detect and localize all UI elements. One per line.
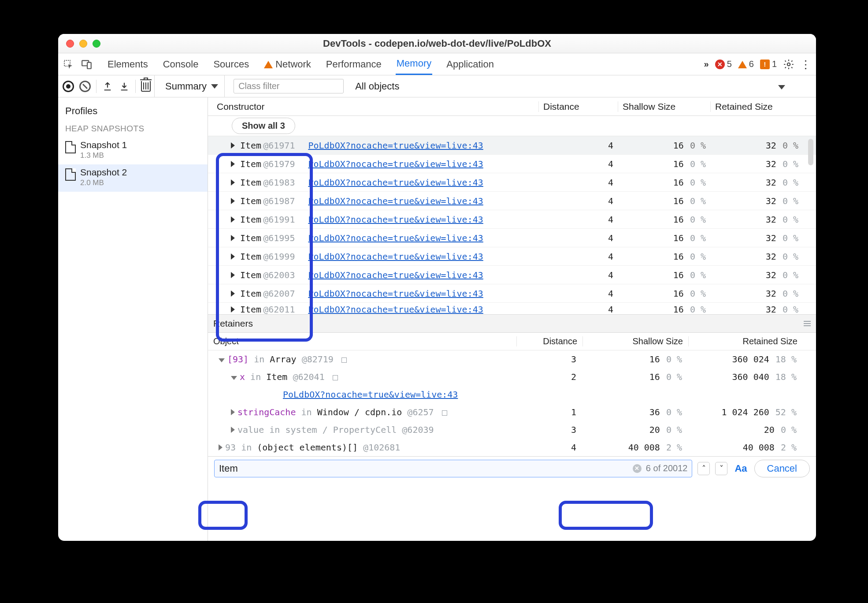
collapse-icon[interactable] — [219, 358, 225, 362]
clear-button[interactable] — [79, 81, 91, 92]
source-link[interactable]: PoLdbOX?nocache=true&view=live:43 — [283, 389, 458, 400]
chevron-down-icon[interactable] — [778, 85, 785, 89]
error-count[interactable]: 5 — [727, 59, 732, 69]
expand-icon[interactable] — [231, 409, 235, 415]
constructor-row[interactable]: Item @61991 PoLdbOX?nocache=true&view=li… — [208, 210, 816, 229]
constructor-row[interactable]: Item @62007 PoLdbOX?nocache=true&view=li… — [208, 284, 816, 303]
cancel-button[interactable]: Cancel — [754, 460, 810, 477]
window-zoom-button[interactable] — [93, 40, 100, 48]
constructor-row[interactable]: Item @62003 PoLdbOX?nocache=true&view=li… — [208, 266, 816, 284]
retained-pct: 0 % — [783, 140, 798, 151]
source-link[interactable]: PoLdbOX?nocache=true&view=live:43 — [308, 233, 483, 243]
next-match-button[interactable]: ˅ — [715, 462, 727, 475]
clear-icon[interactable]: ✕ — [633, 464, 642, 473]
svg-rect-2 — [87, 62, 91, 68]
source-link[interactable]: PoLdbOX?nocache=true&view=live:43 — [308, 270, 483, 280]
retainer-row[interactable]: [93] in Array @82719 3 160 % 360 02418 % — [208, 350, 816, 368]
more-tabs-icon[interactable]: » — [704, 59, 709, 69]
snapshot-item[interactable]: Snapshot 2 2.0 MB — [58, 164, 208, 192]
col-distance[interactable]: Distance — [516, 336, 582, 346]
col-shallow[interactable]: Shallow Size — [618, 101, 710, 112]
expand-icon[interactable] — [231, 216, 235, 223]
expand-icon[interactable] — [231, 235, 235, 241]
record-button[interactable] — [63, 81, 74, 92]
snapshot-size: 2.0 MB — [80, 179, 127, 187]
expand-icon[interactable] — [231, 142, 235, 149]
retainer-row[interactable]: value in system / PropertyCell @62039 3 … — [208, 421, 816, 439]
source-link[interactable]: PoLdbOX?nocache=true&view=live:43 — [308, 288, 483, 299]
search-count: 6 of 20012 — [646, 463, 688, 473]
search-input[interactable] — [219, 463, 628, 474]
constructor-row[interactable]: Item @61979 PoLdbOX?nocache=true&view=li… — [208, 155, 816, 173]
source-link[interactable]: PoLdbOX?nocache=true&view=live:43 — [308, 177, 483, 188]
constructor-row[interactable]: Item @61999 PoLdbOX?nocache=true&view=li… — [208, 247, 816, 266]
match-case-toggle[interactable]: Aa — [733, 463, 749, 474]
gear-icon[interactable] — [783, 59, 794, 70]
issues-count[interactable]: 1 — [772, 59, 777, 69]
source-link[interactable]: PoLdbOX?nocache=true&view=live:43 — [308, 304, 483, 315]
constructor-row[interactable]: Item @61971 PoLdbOX?nocache=true&view=li… — [208, 136, 816, 155]
constructor-row[interactable]: Item @61987 PoLdbOX?nocache=true&view=li… — [208, 192, 816, 210]
tab-memory[interactable]: Memory — [396, 53, 432, 75]
col-retained[interactable]: Retained Size — [688, 336, 803, 346]
retainer-row[interactable]: PoLdbOX?nocache=true&view=live:43 — [208, 386, 816, 403]
source-link[interactable]: PoLdbOX?nocache=true&view=live:43 — [308, 251, 483, 262]
constructor-row[interactable]: Item @61995 PoLdbOX?nocache=true&view=li… — [208, 229, 816, 247]
col-object[interactable]: Object — [208, 336, 516, 346]
expand-icon[interactable] — [231, 272, 235, 278]
expand-icon[interactable] — [231, 427, 235, 433]
tab-application[interactable]: Application — [445, 53, 495, 75]
retained-size: 32 — [766, 251, 776, 262]
inspect-icon[interactable] — [62, 58, 75, 71]
retainer-row[interactable]: x in Item @62041 2 160 % 360 04018 % — [208, 368, 816, 386]
constructor-row[interactable]: Item @62011 PoLdbOX?nocache=true&view=li… — [208, 303, 816, 314]
col-retained[interactable]: Retained Size — [710, 101, 803, 112]
window-minimize-button[interactable] — [79, 40, 87, 48]
import-icon[interactable] — [119, 81, 130, 92]
tab-sources[interactable]: Sources — [212, 53, 250, 75]
tab-network[interactable]: Network — [263, 53, 312, 75]
prev-match-button[interactable]: ˄ — [697, 462, 710, 475]
expand-icon[interactable] — [231, 253, 235, 260]
export-icon[interactable] — [102, 81, 113, 92]
expand-icon[interactable] — [231, 161, 235, 167]
menu-icon[interactable] — [804, 321, 811, 326]
retainer-row[interactable]: 93 in (object elements)[] @102681 4 40 0… — [208, 439, 816, 456]
source-link[interactable]: PoLdbOX?nocache=true&view=live:43 — [308, 159, 483, 169]
tab-console[interactable]: Console — [162, 53, 200, 75]
expand-icon[interactable] — [219, 444, 223, 450]
object-name: Item — [240, 177, 261, 188]
expand-icon[interactable] — [231, 179, 235, 186]
col-shallow[interactable]: Shallow Size — [582, 336, 688, 346]
retainer-row[interactable]: stringCache in Window / cdpn.io @6257 1 … — [208, 403, 816, 421]
expand-icon[interactable] — [231, 290, 235, 297]
class-filter-input[interactable]: Class filter — [234, 79, 344, 93]
search-field[interactable]: ✕ 6 of 20012 — [214, 460, 692, 477]
source-link[interactable]: PoLdbOX?nocache=true&view=live:43 — [308, 196, 483, 206]
expand-icon[interactable] — [231, 198, 235, 204]
source-link[interactable]: PoLdbOX?nocache=true&view=live:43 — [308, 214, 483, 225]
tab-elements[interactable]: Elements — [107, 53, 149, 75]
show-all-button[interactable]: Show all 3 — [232, 118, 295, 134]
objects-filter-select[interactable]: All objects — [355, 81, 399, 92]
collapse-icon[interactable] — [231, 376, 237, 380]
retainers-body[interactable]: [93] in Array @82719 3 160 % 360 02418 %… — [208, 350, 816, 456]
shallow-size: 16 — [673, 251, 684, 262]
constructor-row[interactable]: Item @61983 PoLdbOX?nocache=true&view=li… — [208, 173, 816, 192]
source-link[interactable]: PoLdbOX?nocache=true&view=live:43 — [308, 140, 483, 151]
expand-icon[interactable] — [231, 306, 235, 313]
kebab-icon[interactable]: ⋯ — [799, 59, 812, 69]
tab-performance[interactable]: Performance — [325, 53, 382, 75]
view-select[interactable]: Summary — [159, 75, 225, 97]
warning-count[interactable]: 6 — [749, 59, 754, 69]
constructor-grid-body[interactable]: Item @61971 PoLdbOX?nocache=true&view=li… — [208, 136, 816, 314]
device-toggle-icon[interactable] — [80, 58, 93, 71]
panel-tabstrip: Elements Console Sources Network Perform… — [58, 53, 816, 75]
snapshot-item[interactable]: Snapshot 1 1.3 MB — [58, 137, 208, 164]
delete-button[interactable] — [141, 81, 151, 92]
scrollbar-thumb[interactable] — [808, 139, 813, 165]
window-close-button[interactable] — [66, 40, 74, 48]
retainers-title: Retainers — [213, 318, 253, 329]
col-distance[interactable]: Distance — [538, 101, 618, 112]
col-constructor[interactable]: Constructor — [212, 101, 538, 112]
